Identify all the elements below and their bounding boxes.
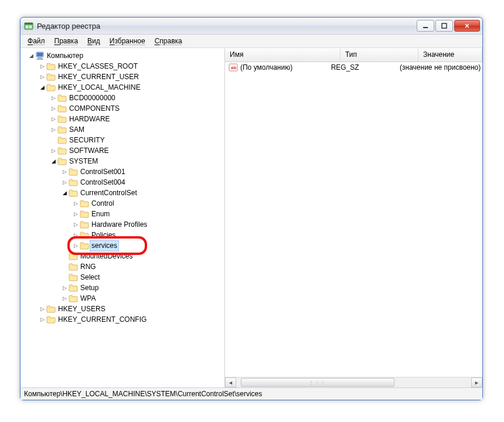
tree-item[interactable]: ▷COMPONENTS bbox=[21, 103, 224, 114]
expander-icon[interactable]: ▷ bbox=[39, 63, 46, 70]
expander-icon[interactable]: ▷ bbox=[61, 168, 68, 175]
expander-icon[interactable]: ◢ bbox=[61, 189, 68, 196]
values-list[interactable]: ab(По умолчанию)REG_SZ(значение не присв… bbox=[225, 62, 482, 377]
expander-icon[interactable]: ▷ bbox=[61, 284, 68, 291]
folder-icon bbox=[69, 168, 78, 176]
expander-icon[interactable]: ▷ bbox=[72, 221, 79, 228]
expander-icon[interactable]: ▷ bbox=[50, 147, 57, 154]
expander-icon[interactable]: ▷ bbox=[61, 179, 68, 186]
folder-icon bbox=[46, 305, 56, 313]
tree-item[interactable]: ▷Hardware Profiles bbox=[21, 219, 224, 230]
maximize-button[interactable] bbox=[435, 20, 453, 32]
tree-item[interactable]: ▷HKEY_CURRENT_CONFIG bbox=[21, 314, 224, 325]
scroll-left-button[interactable]: ◄ bbox=[225, 377, 236, 387]
expander-icon[interactable]: ▷ bbox=[39, 305, 46, 312]
folder-icon bbox=[57, 157, 67, 165]
tree-label: HKEY_CLASSES_ROOT bbox=[58, 62, 138, 72]
tree-item[interactable]: ▷HKEY_CLASSES_ROOT bbox=[21, 61, 224, 72]
minimize-icon bbox=[423, 23, 428, 29]
expander-icon[interactable]: ▷ bbox=[72, 200, 79, 207]
tree-item[interactable]: ◢SYSTEM bbox=[21, 156, 224, 166]
expander-icon[interactable]: ▷ bbox=[72, 232, 79, 239]
folder-icon bbox=[46, 83, 56, 91]
folder-icon bbox=[46, 62, 56, 70]
tree-item[interactable]: ▷HARDWARE bbox=[21, 114, 224, 124]
tree-item[interactable]: ▷HKEY_CURRENT_USER bbox=[21, 72, 224, 82]
tree-item[interactable]: ▷Policies bbox=[21, 230, 224, 240]
col-name[interactable]: Имя bbox=[225, 49, 340, 62]
tree-item[interactable]: ▷HKEY_USERS bbox=[21, 304, 224, 314]
tree-item[interactable]: RNG bbox=[21, 261, 224, 272]
tree-label: Policies bbox=[91, 230, 115, 240]
tree-label: Enum bbox=[91, 209, 110, 219]
expander-icon[interactable]: ▷ bbox=[72, 210, 79, 217]
tree-item[interactable]: ▷WPA bbox=[21, 293, 224, 304]
expander-icon[interactable]: ▷ bbox=[50, 126, 57, 133]
expander-icon[interactable]: ▷ bbox=[72, 242, 79, 249]
horizontal-scrollbar[interactable]: ◄ ⋮⋮⋮ ► bbox=[225, 377, 482, 387]
col-value[interactable]: Значение bbox=[418, 49, 482, 62]
menu-file[interactable]: Файл bbox=[23, 36, 50, 46]
menubar: Файл Правка Вид Избранное Справка bbox=[21, 35, 482, 48]
expander-icon[interactable]: ▷ bbox=[39, 316, 46, 323]
tree-label: WPA bbox=[80, 294, 96, 304]
expander-icon[interactable]: ◢ bbox=[28, 52, 35, 59]
values-pane: Имя Тип Значение ab(По умолчанию)REG_SZ(… bbox=[225, 49, 482, 387]
tree-item[interactable]: ▷SAM bbox=[21, 124, 224, 135]
col-type[interactable]: Тип bbox=[340, 49, 418, 62]
value-type: REG_SZ bbox=[331, 63, 400, 72]
scroll-thumb[interactable]: ⋮⋮⋮ bbox=[241, 378, 394, 387]
svg-rect-3 bbox=[29, 26, 32, 28]
tree-item[interactable]: MountedDevices bbox=[21, 251, 224, 261]
tree-item[interactable]: ▷services bbox=[21, 240, 224, 251]
expander-icon[interactable]: ▷ bbox=[39, 73, 46, 80]
tree-item[interactable]: ▷BCD00000000 bbox=[21, 93, 224, 103]
value-row[interactable]: ab(По умолчанию)REG_SZ(значение не присв… bbox=[225, 62, 482, 73]
expander-icon[interactable]: ▷ bbox=[50, 94, 57, 101]
tree-pane[interactable]: ◢Компьютер▷HKEY_CLASSES_ROOT▷HKEY_CURREN… bbox=[21, 49, 225, 387]
titlebar[interactable]: Редактор реестра bbox=[21, 18, 482, 35]
minimize-button[interactable] bbox=[417, 20, 434, 32]
expander-icon[interactable]: ▷ bbox=[61, 295, 68, 302]
tree-item[interactable]: Select bbox=[21, 272, 224, 283]
tree-item[interactable]: ◢CurrentControlSet bbox=[21, 188, 224, 198]
tree-item[interactable]: ◢HKEY_LOCAL_MACHINE bbox=[21, 82, 224, 93]
tree-label: Control bbox=[91, 199, 114, 209]
svg-rect-4 bbox=[423, 27, 428, 28]
tree-item[interactable]: ▷Enum bbox=[21, 209, 224, 219]
statusbar: Компьютер\HKEY_LOCAL_MACHINE\SYSTEM\Curr… bbox=[21, 387, 482, 400]
expander-icon[interactable]: ▷ bbox=[50, 115, 57, 122]
string-value-icon: ab bbox=[229, 63, 238, 72]
tree-item[interactable]: SECURITY bbox=[21, 135, 224, 145]
tree-label: MountedDevices bbox=[80, 251, 132, 261]
tree-label: COMPONENTS bbox=[69, 104, 120, 114]
menu-edit[interactable]: Правка bbox=[50, 36, 83, 46]
tree-label: Компьютер bbox=[47, 51, 83, 61]
folder-icon bbox=[57, 104, 67, 113]
menu-help[interactable]: Справка bbox=[150, 36, 187, 46]
menu-favorites[interactable]: Избранное bbox=[105, 36, 150, 46]
folder-icon bbox=[57, 125, 67, 134]
folder-icon bbox=[57, 94, 67, 102]
tree-item[interactable]: ▷Setup bbox=[21, 283, 224, 293]
close-button[interactable] bbox=[454, 20, 480, 32]
tree-item[interactable]: ▷SOFTWARE bbox=[21, 145, 224, 156]
svg-text:ab: ab bbox=[231, 65, 236, 70]
expander-icon[interactable]: ▷ bbox=[50, 105, 57, 112]
column-headers[interactable]: Имя Тип Значение bbox=[225, 49, 482, 62]
scroll-track[interactable]: ⋮⋮⋮ bbox=[236, 378, 471, 387]
tree-label: SAM bbox=[69, 125, 84, 135]
tree-item[interactable]: ▷ControlSet004 bbox=[21, 177, 224, 188]
expander-icon[interactable]: ◢ bbox=[39, 84, 46, 91]
menu-view[interactable]: Вид bbox=[83, 36, 105, 46]
expander-icon[interactable]: ◢ bbox=[50, 158, 57, 165]
folder-icon bbox=[80, 210, 89, 218]
tree-item[interactable]: ▷ControlSet001 bbox=[21, 166, 224, 177]
registry-tree[interactable]: ◢Компьютер▷HKEY_CLASSES_ROOT▷HKEY_CURREN… bbox=[21, 49, 224, 325]
tree-root[interactable]: ◢Компьютер bbox=[21, 50, 224, 61]
close-icon bbox=[464, 23, 470, 29]
folder-icon bbox=[80, 241, 89, 250]
scroll-right-button[interactable]: ► bbox=[471, 377, 482, 387]
tree-item[interactable]: ▷Control bbox=[21, 198, 224, 209]
tree-label: BCD00000000 bbox=[69, 93, 115, 103]
